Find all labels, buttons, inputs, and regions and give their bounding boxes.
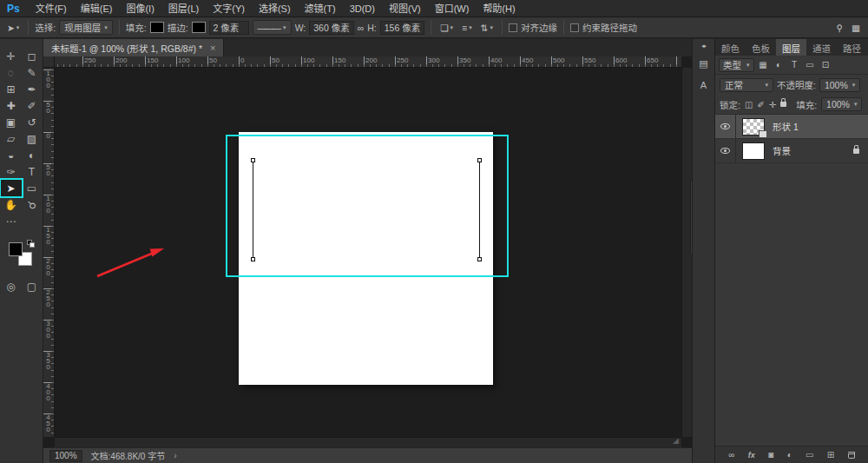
align-edges-checkbox[interactable]	[509, 23, 517, 32]
delete-layer-icon[interactable]	[848, 452, 855, 459]
eraser-tool[interactable]: ▱	[1, 130, 22, 147]
lock-pixels-icon[interactable]: ✐	[757, 100, 764, 109]
blur-tool[interactable]: ◒	[1, 147, 22, 163]
type-tool[interactable]: T	[22, 163, 43, 180]
constrain-path-drag-checkbox[interactable]	[570, 23, 579, 32]
path-alignment-button[interactable]: ≡ ▾	[459, 23, 475, 33]
edit-toolbar-button[interactable]: ⋯	[1, 213, 22, 229]
menu-image[interactable]: 图像(I)	[119, 0, 161, 17]
rectangle-tool[interactable]: ▭	[22, 180, 43, 196]
quick-mask-button[interactable]: ◎	[1, 278, 22, 294]
path-selection-tool[interactable]: ➤	[1, 180, 22, 196]
screen-mode-button[interactable]: ▢	[22, 278, 43, 294]
history-panel-button[interactable]: ▤	[696, 56, 712, 71]
layer-thumbnail[interactable]	[742, 142, 765, 160]
hand-tool[interactable]: ✋	[1, 196, 22, 213]
fill-dropdown[interactable]: 100% ▾	[821, 97, 862, 111]
tab-paths[interactable]: 路径	[837, 39, 867, 56]
status-menu-chevron-icon[interactable]: ›	[174, 451, 176, 460]
pen-tool[interactable]: ✑	[1, 163, 22, 180]
tab-layers[interactable]: 图层	[776, 39, 806, 56]
document-tab[interactable]: 未标题-1 @ 100% (形状 1, RGB/8#) * ×	[43, 39, 224, 56]
menu-select[interactable]: 选择(S)	[252, 0, 298, 17]
zoom-tool[interactable]: ⚲	[22, 196, 43, 213]
menu-window[interactable]: 窗口(W)	[428, 0, 477, 17]
tab-color[interactable]: 颜色	[715, 39, 746, 56]
healing-brush-tool[interactable]: ✚	[1, 97, 22, 114]
zoom-level-input[interactable]: 100%	[49, 450, 82, 462]
blend-mode-dropdown[interactable]: 正常 ▾	[720, 78, 773, 92]
clone-stamp-tool[interactable]: ▣	[1, 114, 22, 130]
shape-height-input[interactable]: 156 像素	[380, 21, 424, 35]
lock-transparency-icon[interactable]: ◫	[745, 100, 753, 109]
layer-name[interactable]: 形状 1	[773, 120, 799, 133]
menu-edit[interactable]: 编辑(E)	[74, 0, 120, 17]
scrollbar-thumb[interactable]	[690, 179, 692, 257]
resize-grip-icon[interactable]: ◢	[673, 436, 679, 445]
layer-row-shape1[interactable]: 形状 1	[715, 115, 868, 139]
close-icon[interactable]: ×	[210, 43, 215, 53]
menu-help[interactable]: 帮助(H)	[476, 0, 522, 17]
lasso-tool[interactable]: ◌	[1, 64, 22, 81]
filter-kind-dropdown[interactable]: 类型 ▾	[719, 58, 754, 72]
marquee-tool[interactable]: ◻	[22, 48, 43, 64]
path-operations-button[interactable]: ❏ ▾	[437, 23, 456, 33]
character-panel-button[interactable]: A	[696, 77, 712, 93]
gradient-tool[interactable]: ▨	[22, 130, 43, 147]
lock-position-icon[interactable]: ✛	[769, 100, 776, 109]
eyedropper-tool[interactable]: ✒	[22, 81, 43, 97]
select-mode-dropdown[interactable]: 现用图层 ▾	[59, 20, 113, 35]
menu-3d[interactable]: 3D(D)	[343, 0, 382, 17]
tool-preset-picker[interactable]: ➤ ▾	[4, 23, 22, 33]
pixel-layer-filter-icon[interactable]: ▦	[757, 60, 770, 69]
canvas-area[interactable]: 250 200 150 100 50 0 50 100 150 200 250 …	[43, 56, 692, 447]
move-tool[interactable]: ✛	[1, 48, 22, 64]
tab-swatches[interactable]: 色板	[746, 39, 776, 56]
layer-style-icon[interactable]: fx	[748, 451, 755, 460]
visibility-toggle[interactable]	[715, 115, 736, 138]
vertical-ruler[interactable]: 100 50 0 50 100 150 200 250 300 350 400 …	[43, 68, 55, 437]
stroke-style-dropdown[interactable]: ——— ▾	[253, 20, 292, 35]
link-layers-icon[interactable]: ∞	[728, 450, 734, 460]
stroke-swatch[interactable]	[192, 22, 206, 33]
new-layer-icon[interactable]: ⊞	[827, 450, 834, 460]
default-colors-button[interactable]	[27, 240, 36, 248]
menu-type[interactable]: 文字(Y)	[206, 0, 252, 17]
horizontal-scrollbar[interactable]	[55, 437, 681, 447]
visibility-toggle[interactable]	[715, 139, 736, 162]
new-group-icon[interactable]: ▭	[806, 450, 813, 460]
ruler-origin-corner[interactable]	[43, 56, 55, 68]
crop-tool[interactable]: ⊞	[1, 81, 22, 97]
brush-tool[interactable]: ✐	[22, 97, 43, 114]
foreground-color-swatch[interactable]	[9, 242, 23, 256]
adjustment-layer-filter-icon[interactable]: ◐	[773, 60, 786, 69]
path-arrangement-button[interactable]: ⇅ ▾	[478, 23, 496, 33]
layer-thumbnail[interactable]	[742, 118, 765, 136]
lock-all-icon[interactable]	[780, 102, 786, 107]
link-dimensions-icon[interactable]: ∞	[358, 23, 365, 33]
menu-file[interactable]: 文件(F)	[29, 0, 74, 17]
quick-selection-tool[interactable]: ✎	[22, 64, 43, 81]
history-brush-tool[interactable]: ↺	[22, 114, 43, 130]
search-icon[interactable]: ⚲	[836, 23, 843, 33]
layer-row-background[interactable]: 背景	[715, 139, 868, 163]
stroke-width-input[interactable]: 2 像素	[209, 21, 249, 35]
dock-collapse-icon[interactable]: ◂▸	[701, 43, 706, 50]
fill-swatch[interactable]	[150, 22, 164, 33]
workspace-switcher-icon[interactable]: ▦	[852, 23, 860, 33]
menu-filter[interactable]: 滤镜(T)	[298, 0, 343, 17]
new-adjustment-layer-icon[interactable]: ◐	[787, 450, 792, 460]
layer-name[interactable]: 背景	[773, 144, 791, 157]
menu-layer[interactable]: 图层(L)	[161, 0, 206, 17]
shape-width-input[interactable]: 360 像素	[309, 21, 353, 35]
dodge-tool[interactable]: ◐	[22, 147, 43, 163]
vertical-scrollbar[interactable]	[681, 68, 692, 437]
smart-object-filter-icon[interactable]: ⊡	[819, 60, 832, 69]
menu-view[interactable]: 视图(V)	[382, 0, 428, 17]
type-layer-filter-icon[interactable]: T	[788, 60, 801, 69]
tab-channels[interactable]: 通道	[806, 39, 837, 56]
add-layer-mask-icon[interactable]: ◙	[768, 450, 773, 460]
opacity-dropdown[interactable]: 100% ▾	[819, 78, 860, 92]
shape-layer-filter-icon[interactable]: ▭	[804, 60, 817, 69]
horizontal-ruler[interactable]: 250 200 150 100 50 0 50 100 150 200 250 …	[55, 56, 681, 68]
